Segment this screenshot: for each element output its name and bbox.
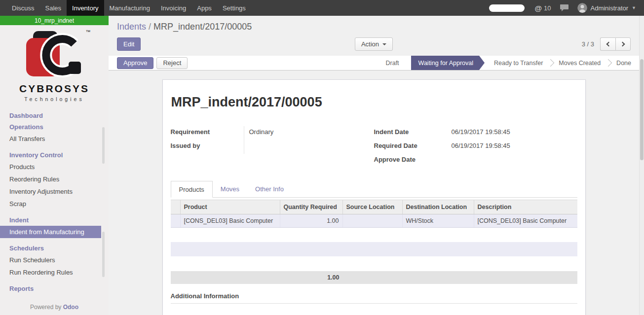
list-header-row: Product Quantity Required Source Locatio… (171, 200, 577, 214)
field-group-left: Requirement Ordinary Issued by (171, 126, 374, 168)
top-navbar: Discuss Sales Inventory Manufacturing In… (0, 0, 644, 16)
brand-name: CYBROSYS (0, 83, 109, 95)
list-footer-row: 1.00 (171, 271, 577, 284)
sidebar-section-schedulers[interactable]: Schedulers (0, 243, 109, 254)
status-step-moves-created[interactable]: Moves Created (551, 56, 608, 70)
record-title: MRP_indent/2017/00005 (171, 95, 577, 110)
sidebar: 10_mrp_indnet ™ CYBROSYS Technologies (0, 16, 109, 315)
reject-button[interactable]: Reject (156, 57, 188, 69)
user-name: Administrator (591, 4, 629, 12)
tab-products[interactable]: Products (171, 181, 213, 198)
systray-progress-pill[interactable] (489, 4, 525, 12)
breadcrumb-indents[interactable]: Indents (117, 22, 146, 32)
menu-manufacturing[interactable]: Manufacturing (104, 0, 155, 16)
control-panel: Edit Action 3 / 3 (109, 33, 639, 56)
action-label: Action (361, 40, 379, 48)
additional-information-separator: Additional Information (171, 292, 577, 304)
pager-previous-button[interactable] (600, 37, 615, 51)
sidebar-section-indent[interactable]: Indent (0, 214, 109, 226)
page-scrollbar-thumb[interactable] (640, 59, 644, 160)
sidebar-scrollbar-thumb[interactable] (102, 232, 105, 277)
sidebar-item-reordering-rules[interactable]: Reordering Rules (0, 173, 109, 185)
pager: 3 / 3 (582, 37, 631, 51)
sidebar-section-inventory-control[interactable]: Inventory Control (0, 149, 109, 161)
powered-by-text: Powered by (30, 304, 61, 311)
avatar (577, 3, 587, 13)
menu-apps[interactable]: Apps (191, 0, 217, 16)
chevron-left-icon (606, 42, 611, 47)
messages-icon[interactable] (560, 4, 568, 12)
field-required-date: Required Date 06/19/2017 19:58:45 (374, 140, 577, 154)
requirement-value: Ordinary (244, 126, 347, 140)
footer-handle-cell (171, 271, 181, 284)
sidebar-item-indent-from-manufacturing[interactable]: Indent from Manufacturing (0, 226, 101, 238)
table-row[interactable]: [CONS_DEL03] Basic Computer 1.00 WH/Stoc… (171, 214, 577, 228)
sidebar-scrollbar-thumb[interactable] (102, 127, 105, 164)
issued-by-label: Issued by (171, 140, 244, 154)
breadcrumb: Indents / MRP_indent/2017/00005 (109, 16, 639, 33)
edit-button[interactable]: Edit (117, 37, 141, 51)
status-step-draft[interactable]: Draft (378, 56, 407, 70)
status-step-done[interactable]: Done (608, 56, 639, 70)
column-header-description[interactable]: Description (474, 200, 577, 214)
sidebar-section-reports[interactable]: Reports (0, 283, 109, 294)
page-scrollbar[interactable] (639, 16, 644, 315)
pager-next-button[interactable] (615, 37, 631, 51)
main-area: Indents / MRP_indent/2017/00005 Edit Act… (109, 16, 644, 315)
approve-date-label: Approve Date (374, 154, 452, 168)
menu-settings[interactable]: Settings (217, 0, 251, 16)
database-banner: 10_mrp_indnet (0, 16, 109, 25)
secondary-menu: Dashboard Operations All Transfers Inven… (0, 108, 109, 301)
menu-inventory[interactable]: Inventory (67, 0, 104, 16)
cell-destination-location: WH/Stock (403, 214, 474, 227)
odoo-link[interactable]: Odoo (63, 304, 78, 311)
field-issued-by: Issued by (171, 140, 347, 154)
menu-discuss[interactable]: Discuss (6, 0, 40, 16)
sidebar-item-inventory-adjustments[interactable]: Inventory Adjustments (0, 185, 109, 198)
sidebar-item-scrap[interactable]: Scrap (0, 198, 109, 210)
main-content: Indents / MRP_indent/2017/00005 Edit Act… (109, 16, 639, 315)
brand-subtitle: Technologies (0, 96, 109, 102)
column-header-quantity-required[interactable]: Quantity Required (280, 200, 343, 214)
tab-moves[interactable]: Moves (213, 181, 247, 198)
menu-invoicing[interactable]: Invoicing (155, 0, 191, 16)
indent-date-label: Indent Date (374, 126, 452, 140)
column-header-source-location[interactable]: Source Location (343, 200, 403, 214)
sidebar-item-products[interactable]: Products (0, 161, 109, 173)
required-date-label: Required Date (374, 140, 452, 154)
requirement-label: Requirement (171, 126, 244, 140)
powered-by: Powered by Odoo (0, 301, 109, 315)
approve-button[interactable]: Approve (117, 57, 153, 69)
sidebar-item-dashboard[interactable]: Dashboard (0, 110, 109, 121)
required-date-value: 06/19/2017 19:58:45 (452, 140, 577, 154)
column-header-product[interactable]: Product (181, 200, 280, 214)
status-step-waiting-for-approval[interactable]: Waiting for Approval (411, 56, 485, 70)
user-menu[interactable]: Administrator ▼ (577, 3, 644, 13)
activities-menu[interactable]: @ 10 (534, 4, 551, 12)
sidebar-item-run-schedulers[interactable]: Run Schedulers (0, 254, 109, 266)
action-dropdown-button[interactable]: Action (355, 37, 393, 51)
field-group-right: Indent Date 06/19/2017 19:58:45 Required… (374, 126, 577, 168)
trademark-symbol: ™ (86, 29, 91, 35)
footer-description-cell (474, 271, 577, 284)
sidebar-item-all-transfers[interactable]: All Transfers (0, 133, 109, 145)
footer-destination-cell (403, 271, 474, 284)
menu-sales[interactable]: Sales (40, 0, 67, 16)
field-approve-date: Approve Date (374, 154, 577, 168)
column-header-destination-location[interactable]: Destination Location (403, 200, 474, 214)
quantity-total: 1.00 (280, 271, 343, 284)
tab-other-info[interactable]: Other Info (247, 181, 292, 198)
field-indent-date: Indent Date 06/19/2017 19:58:45 (374, 126, 577, 140)
sidebar-section-operations[interactable]: Operations (0, 121, 109, 133)
pager-counter: 3 / 3 (582, 40, 594, 48)
footer-source-cell (343, 271, 403, 284)
status-step-ready-to-transfer[interactable]: Ready to Transfer (486, 56, 551, 70)
form-statusbar: Approve Reject Draft Waiting for Approva… (109, 56, 639, 70)
chevron-right-icon (620, 42, 625, 47)
breadcrumb-separator: / (149, 22, 151, 32)
sidebar-item-run-reordering-rules[interactable]: Run Reordering Rules (0, 266, 109, 279)
form-sheet: MRP_indent/2017/00005 Requirement Ordina… (162, 79, 586, 315)
app-root: Discuss Sales Inventory Manufacturing In… (0, 0, 644, 315)
approve-date-value (452, 154, 577, 168)
cell-quantity-required: 1.00 (280, 214, 343, 227)
